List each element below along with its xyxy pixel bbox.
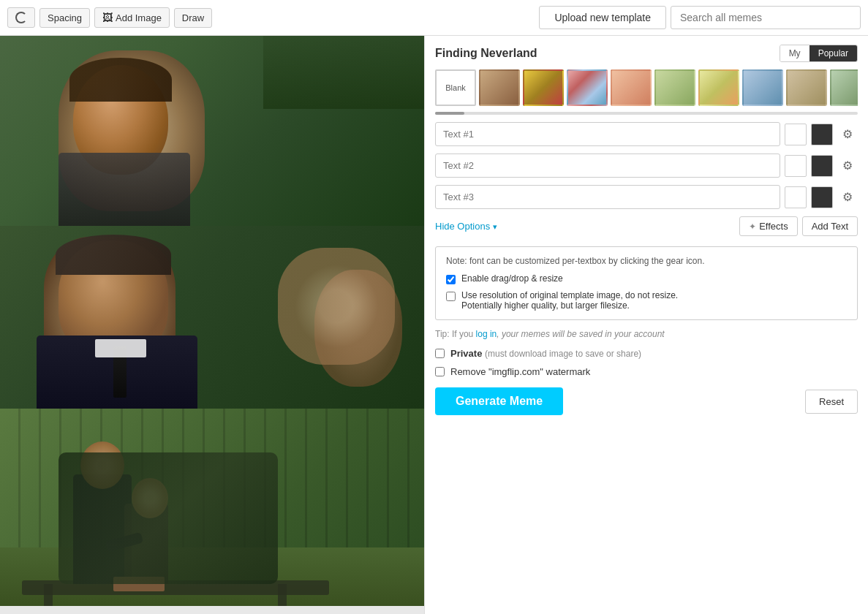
- template-header: Finding Neverland My Popular: [435, 45, 858, 62]
- dropdown-arrow-icon: [493, 221, 497, 232]
- log-in-link[interactable]: log in: [476, 329, 497, 339]
- thumb-9[interactable]: [830, 69, 858, 106]
- original-resolution-label[interactable]: Use resolution of original template imag…: [461, 290, 678, 311]
- info-note: Note: font can be customized per-textbox…: [446, 256, 847, 266]
- hair-1: [69, 58, 172, 102]
- man-bench-body: [73, 474, 132, 584]
- hide-options-label: Hide Options: [435, 221, 490, 232]
- watermark-checkbox[interactable]: [435, 367, 445, 376]
- original-resolution-text: Use resolution of original template imag…: [461, 290, 678, 300]
- app-container: Spacing 🖼 Add Image Draw Upload new temp…: [0, 0, 868, 614]
- image-section-2: [0, 226, 424, 409]
- toggle-my-button[interactable]: My: [780, 45, 809, 61]
- sparkle-icon: [749, 221, 756, 232]
- gear-icon-3: [842, 190, 853, 204]
- toggle-group: My Popular: [780, 45, 858, 62]
- info-box: Note: font can be customized per-textbox…: [435, 246, 858, 320]
- thumb-blank[interactable]: Blank: [435, 69, 476, 106]
- arm: [105, 532, 143, 552]
- private-label[interactable]: Private (must download image to save or …: [450, 348, 641, 359]
- image-section-3: [0, 409, 424, 606]
- original-resolution-checkbox[interactable]: [446, 292, 456, 301]
- watermark-label[interactable]: Remove "imgflip.com" watermark: [450, 366, 590, 377]
- child-bench-head: [132, 478, 168, 518]
- hair-2: [56, 235, 171, 275]
- thumb-4[interactable]: [611, 69, 652, 106]
- text-input-1[interactable]: [435, 122, 780, 146]
- search-input[interactable]: [671, 6, 861, 29]
- effects-label: Effects: [759, 221, 788, 232]
- text-color-swatch-black-1[interactable]: [811, 124, 833, 145]
- gear-icon-1: [842, 127, 853, 141]
- private-text: Private: [450, 348, 482, 359]
- log-in-text: log in: [476, 329, 497, 339]
- tip-text: Tip: If you log in, your memes will be s…: [435, 329, 858, 339]
- thumb-1[interactable]: [479, 69, 520, 106]
- rotate-button[interactable]: [7, 7, 35, 28]
- man-bench-head: [80, 441, 124, 489]
- draw-label: Draw: [182, 12, 204, 23]
- meme-image-area: [0, 36, 424, 614]
- toolbar: Spacing 🖼 Add Image Draw Upload new temp…: [0, 0, 868, 36]
- text-color-swatch-black-3[interactable]: [811, 186, 833, 208]
- text-color-swatch-white-1[interactable]: [785, 124, 807, 145]
- thumb-blank-label: Blank: [445, 83, 466, 92]
- body-1: [59, 153, 190, 226]
- effects-button[interactable]: Effects: [739, 216, 798, 236]
- collar-2: [95, 339, 146, 357]
- thumb-6[interactable]: [698, 69, 739, 106]
- text-color-swatch-white-2[interactable]: [785, 155, 807, 177]
- draw-button[interactable]: Draw: [174, 8, 212, 28]
- text-settings-button-1[interactable]: [837, 124, 858, 145]
- private-checkbox-row: Private (must download image to save or …: [435, 348, 858, 359]
- toggle-popular-button[interactable]: Popular: [809, 45, 857, 61]
- tip-suffix: , your memes will be saved in your accou…: [497, 329, 664, 339]
- image-section-1: [0, 36, 424, 226]
- checkbox-row-2: Use resolution of original template imag…: [446, 290, 847, 311]
- drag-drop-label[interactable]: Enable drag/drop & resize: [461, 273, 563, 284]
- text-color-swatch-black-2[interactable]: [811, 155, 833, 177]
- thumb-7[interactable]: [742, 69, 783, 106]
- scroll-indicator: [435, 112, 858, 115]
- checkbox-row-1: Enable drag/drop & resize: [446, 273, 847, 284]
- thumb-5[interactable]: [654, 69, 695, 106]
- text-color-swatch-white-3[interactable]: [785, 186, 807, 208]
- child-bench-body: [124, 504, 168, 584]
- upload-label: Upload new template: [554, 12, 651, 23]
- trees: [0, 409, 424, 547]
- bench-leg-2: [278, 584, 287, 606]
- action-row: Generate Meme Reset: [435, 387, 858, 415]
- image-panel: [0, 36, 424, 614]
- text-input-row-2: [435, 154, 858, 178]
- drag-drop-checkbox[interactable]: [446, 275, 456, 284]
- generate-meme-button[interactable]: Generate Meme: [435, 387, 563, 415]
- thumb-3[interactable]: [567, 69, 608, 106]
- tip-prefix: Tip: If you: [435, 329, 476, 339]
- options-row: Hide Options Effects Add Text: [435, 216, 858, 236]
- text-settings-button-2[interactable]: [837, 156, 858, 176]
- text-input-2[interactable]: [435, 154, 780, 178]
- text-input-row-1: [435, 122, 858, 146]
- spacing-button[interactable]: Spacing: [39, 8, 90, 28]
- options-right: Effects Add Text: [739, 216, 858, 236]
- child-face-2: [314, 270, 402, 387]
- upload-template-button[interactable]: Upload new template: [539, 6, 666, 29]
- scroll-indicator-thumb: [435, 112, 464, 115]
- reset-button[interactable]: Reset: [805, 390, 858, 414]
- add-text-button[interactable]: Add Text: [802, 216, 858, 236]
- main-content: Finding Neverland My Popular Blank: [0, 36, 868, 614]
- spacing-label: Spacing: [48, 12, 82, 23]
- template-title: Finding Neverland: [435, 47, 537, 60]
- thumb-2[interactable]: [523, 69, 564, 106]
- add-image-button[interactable]: 🖼 Add Image: [94, 7, 170, 28]
- add-image-label: Add Image: [116, 12, 162, 23]
- watermark-checkbox-row: Remove "imgflip.com" watermark: [435, 366, 858, 377]
- private-sub-text: (must download image to save or share): [485, 349, 641, 359]
- text-settings-button-3[interactable]: [837, 187, 858, 208]
- private-checkbox[interactable]: [435, 349, 445, 358]
- gear-icon-2: [842, 159, 853, 173]
- thumb-8[interactable]: [786, 69, 827, 106]
- text-input-3[interactable]: [435, 185, 780, 209]
- original-resolution-sub: Potentially higher quality, but larger f…: [461, 300, 630, 311]
- hide-options-button[interactable]: Hide Options: [435, 221, 497, 232]
